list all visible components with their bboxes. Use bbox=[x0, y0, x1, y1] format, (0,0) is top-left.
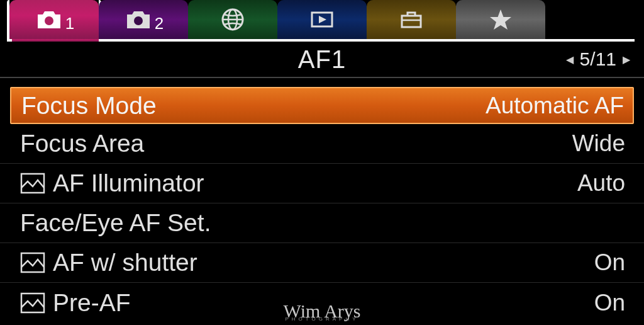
globe-icon bbox=[218, 7, 248, 32]
svg-rect-6 bbox=[402, 16, 421, 27]
menu-item-pre-af[interactable]: Pre-AF On bbox=[0, 283, 644, 322]
tab-setup[interactable] bbox=[367, 0, 456, 39]
menu-item-af-shutter[interactable]: AF w/ shutter On bbox=[0, 243, 644, 283]
tab-camera-2-number: 2 bbox=[155, 14, 164, 33]
menu-item-label: Focus Mode bbox=[21, 92, 157, 120]
menu-item-label: AF w/ shutter bbox=[53, 249, 197, 277]
tab-bar: 1 2 bbox=[0, 0, 644, 39]
menu-item-value: Wide bbox=[572, 130, 625, 157]
still-image-icon bbox=[20, 292, 45, 314]
menu-item-focus-area[interactable]: Focus Area Wide bbox=[0, 124, 644, 164]
still-image-icon bbox=[20, 252, 45, 273]
tab-favorites[interactable] bbox=[456, 0, 545, 39]
menu-header: AF1 ◀ 5/11 ▶ bbox=[0, 42, 644, 78]
menu-item-label: AF Illuminator bbox=[53, 169, 204, 197]
menu-item-value: Auto bbox=[577, 170, 625, 197]
menu-item-value: On bbox=[594, 249, 625, 276]
svg-point-1 bbox=[134, 16, 143, 25]
camera-icon bbox=[123, 7, 153, 32]
toolbox-icon bbox=[396, 7, 426, 32]
chevron-left-icon[interactable]: ◀ bbox=[566, 54, 574, 66]
menu-item-label: Pre-AF bbox=[53, 289, 131, 317]
menu-item-label: Face/Eye AF Set. bbox=[20, 209, 211, 237]
camera-icon bbox=[34, 7, 64, 32]
menu-list: Focus Mode Automatic AF Focus Area Wide … bbox=[0, 78, 644, 322]
active-tab-underline bbox=[12, 39, 99, 42]
tab-playback[interactable] bbox=[277, 0, 367, 39]
star-icon bbox=[486, 7, 516, 32]
menu-item-value: On bbox=[594, 290, 625, 316]
menu-item-value: Automatic AF bbox=[486, 93, 624, 119]
tab-camera-2[interactable]: 2 bbox=[99, 0, 188, 39]
page-title: AF1 bbox=[298, 45, 346, 74]
tab-camera-1-number: 1 bbox=[65, 14, 74, 33]
tab-network[interactable] bbox=[188, 0, 277, 39]
menu-item-face-eye-af[interactable]: Face/Eye AF Set. bbox=[0, 203, 644, 243]
page-indicator: ◀ 5/11 ▶ bbox=[566, 48, 630, 70]
menu-item-focus-mode[interactable]: Focus Mode Automatic AF bbox=[10, 87, 634, 124]
menu-item-af-illuminator[interactable]: AF Illuminator Auto bbox=[0, 164, 644, 203]
page-number: 5/11 bbox=[580, 48, 616, 70]
svg-point-0 bbox=[45, 16, 53, 25]
tab-camera-1[interactable]: 1 bbox=[9, 0, 99, 39]
still-image-icon bbox=[20, 173, 45, 194]
chevron-right-icon[interactable]: ▶ bbox=[623, 54, 630, 66]
menu-item-label: Focus Area bbox=[20, 130, 144, 157]
playback-icon bbox=[307, 7, 337, 32]
